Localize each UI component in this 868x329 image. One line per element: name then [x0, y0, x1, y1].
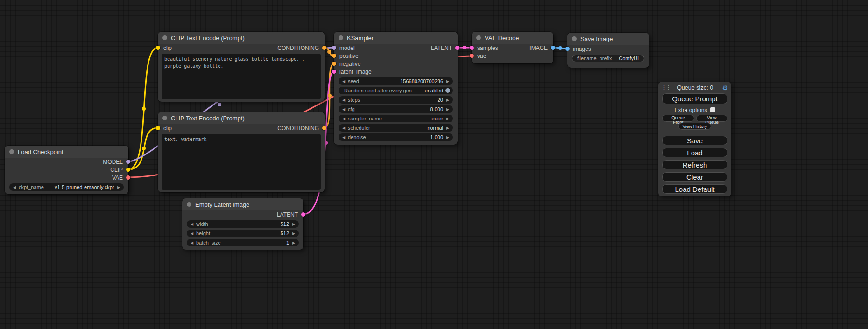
node-header[interactable]: Load Checkpoint: [5, 146, 128, 158]
widget-value: 8.000: [430, 106, 443, 112]
images-input-port[interactable]: [565, 47, 570, 51]
widget-filename-prefix[interactable]: filename_prefix ComfyUI: [572, 55, 644, 62]
toggle-knob-icon[interactable]: [445, 88, 450, 93]
increment-arrow-icon[interactable]: ▶: [291, 241, 296, 245]
refresh-button[interactable]: Refresh: [662, 160, 727, 169]
increment-arrow-icon[interactable]: ▶: [291, 222, 296, 226]
widget-value: enabled: [425, 88, 443, 93]
prompt-textarea[interactable]: beautiful scenery nature glass bottle la…: [162, 54, 321, 99]
increment-arrow-icon[interactable]: ▶: [445, 79, 450, 84]
view-queue-button[interactable]: View Queue: [696, 115, 727, 122]
widget-batch-size[interactable]: ◀ batch_size 1 ▶: [187, 239, 299, 246]
increment-arrow-icon[interactable]: ▶: [445, 135, 450, 140]
conditioning-output-port[interactable]: [322, 126, 326, 130]
load-default-button[interactable]: Load Default: [662, 184, 727, 194]
link-midpoint-dot: [558, 46, 562, 50]
node-clip-text-encode-negative[interactable]: CLIP Text Encode (Prompt) clip CONDITION…: [158, 112, 325, 192]
prompt-textarea[interactable]: text, watermark: [162, 134, 321, 190]
node-header[interactable]: CLIP Text Encode (Prompt): [158, 112, 325, 124]
model-input-port[interactable]: [332, 46, 336, 50]
node-header[interactable]: CLIP Text Encode (Prompt): [158, 32, 325, 44]
latent-image-input-port[interactable]: [332, 70, 336, 74]
node-header[interactable]: Empty Latent Image: [182, 198, 303, 210]
view-history-button[interactable]: View History: [678, 123, 712, 130]
link-midpoint-dot: [463, 46, 466, 49]
settings-gear-icon[interactable]: ⚙: [722, 84, 728, 91]
load-button[interactable]: Load: [662, 148, 727, 157]
queue-size-label: Queue size: 0: [668, 84, 722, 91]
decrement-arrow-icon[interactable]: ◀: [341, 79, 346, 84]
vae-output-port[interactable]: [126, 175, 130, 180]
node-ksampler[interactable]: KSampler model LATENT positive negative …: [334, 32, 458, 145]
widget-height[interactable]: ◀ height 512 ▶: [187, 230, 299, 237]
collapse-dot-icon[interactable]: [572, 36, 577, 41]
decrement-arrow-icon[interactable]: ◀: [12, 185, 17, 189]
link-midpoint-dot: [218, 103, 221, 106]
node-load-checkpoint[interactable]: Load Checkpoint MODEL CLIP VAE ◀ ckpt_na…: [5, 146, 128, 194]
decrement-arrow-icon[interactable]: ◀: [341, 98, 346, 102]
widget-sampler-name[interactable]: ◀ sampler_name euler ▶: [339, 115, 453, 122]
increment-arrow-icon[interactable]: ▶: [445, 117, 450, 121]
save-button[interactable]: Save: [662, 136, 727, 145]
latent-output-port[interactable]: [301, 212, 305, 217]
decrement-arrow-icon[interactable]: ◀: [341, 117, 346, 121]
clip-input-port[interactable]: [156, 46, 160, 50]
collapse-dot-icon[interactable]: [162, 35, 167, 40]
widget-cfg[interactable]: ◀ cfg 8.000 ▶: [339, 105, 453, 113]
collapse-dot-icon[interactable]: [187, 202, 191, 207]
widget-denoise[interactable]: ◀ denoise 1.000 ▶: [339, 133, 453, 141]
decrement-arrow-icon[interactable]: ◀: [341, 107, 346, 112]
conditioning-output-port[interactable]: [322, 46, 326, 50]
clip-input-port[interactable]: [156, 126, 160, 130]
widget-random-seed[interactable]: Random seed after every gen enabled: [339, 87, 453, 94]
clip-output-port[interactable]: [126, 168, 130, 172]
samples-input-port[interactable]: [470, 46, 474, 50]
widget-width[interactable]: ◀ width 512 ▶: [187, 220, 299, 228]
clear-button[interactable]: Clear: [662, 172, 727, 182]
decrement-arrow-icon[interactable]: ◀: [190, 231, 194, 236]
link-midpoint-dot: [142, 147, 146, 150]
positive-input-port[interactable]: [332, 54, 336, 58]
queue-panel-header[interactable]: ⋮⋮ Queue size: 0 ⚙: [658, 83, 731, 92]
collapse-dot-icon[interactable]: [339, 35, 343, 40]
extra-options-checkbox[interactable]: [710, 107, 715, 112]
collapse-dot-icon[interactable]: [162, 116, 167, 120]
image-output-port[interactable]: [551, 46, 555, 50]
link-midpoint-dot: [142, 107, 146, 111]
node-header[interactable]: VAE Decode: [472, 32, 553, 44]
increment-arrow-icon[interactable]: ▶: [116, 185, 121, 189]
widget-steps[interactable]: ◀ steps 20 ▶: [339, 96, 453, 104]
widget-ckpt-name[interactable]: ◀ ckpt_name v1-5-pruned-emaonly.ckpt ▶: [9, 183, 124, 191]
decrement-arrow-icon[interactable]: ◀: [190, 241, 194, 245]
output-slot-model: MODEL: [5, 158, 128, 166]
collapse-dot-icon[interactable]: [476, 35, 481, 40]
node-empty-latent-image[interactable]: Empty Latent Image LATENT ◀ width 512 ▶ …: [182, 198, 303, 250]
decrement-arrow-icon[interactable]: ◀: [341, 126, 346, 130]
increment-arrow-icon[interactable]: ▶: [445, 126, 450, 130]
increment-arrow-icon[interactable]: ▶: [291, 231, 296, 236]
collapse-dot-icon[interactable]: [9, 149, 14, 154]
queue-panel: ⋮⋮ Queue size: 0 ⚙ Queue Prompt Extra op…: [658, 82, 731, 196]
node-header[interactable]: Save Image: [567, 33, 649, 45]
node-vae-decode[interactable]: VAE Decode samples IMAGE vae: [472, 32, 553, 63]
widget-seed[interactable]: ◀ seed 156680208700286 ▶: [339, 77, 453, 85]
widget-scheduler[interactable]: ◀ scheduler normal ▶: [339, 124, 453, 132]
node-header[interactable]: KSampler: [334, 32, 458, 44]
decrement-arrow-icon[interactable]: ◀: [190, 222, 194, 226]
extra-options-row: Extra options: [658, 106, 731, 113]
increment-arrow-icon[interactable]: ▶: [445, 107, 450, 112]
node-save-image[interactable]: Save Image images filename_prefix ComfyU…: [567, 33, 649, 68]
node-clip-text-encode-positive[interactable]: CLIP Text Encode (Prompt) clip CONDITION…: [158, 32, 325, 102]
model-output-port[interactable]: [126, 160, 130, 164]
queue-prompt-button[interactable]: Queue Prompt: [662, 93, 727, 104]
decrement-arrow-icon[interactable]: ◀: [341, 135, 346, 140]
increment-arrow-icon[interactable]: ▶: [445, 98, 450, 102]
graph-canvas[interactable]: Load Checkpoint MODEL CLIP VAE ◀ ckpt_na…: [0, 0, 868, 329]
latent-output-port[interactable]: [455, 46, 459, 50]
queue-front-button[interactable]: Queue Front: [662, 115, 694, 122]
drag-handle-icon[interactable]: ⋮⋮: [662, 84, 668, 91]
negative-input-port[interactable]: [332, 62, 336, 66]
slot-row: clip CONDITIONING: [158, 44, 325, 52]
vae-input-port[interactable]: [470, 54, 474, 58]
history-row: View History: [662, 123, 727, 130]
